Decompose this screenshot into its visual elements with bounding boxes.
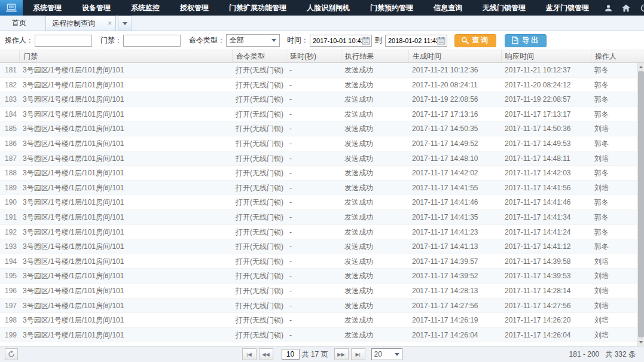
cell-created-time: 2017-11-17 14:39:52 xyxy=(408,269,501,283)
table-row[interactable]: 188 3号园区/1号楼/1层/101房间/101 打开(无线门锁) - 发送成… xyxy=(0,166,637,181)
cell-operator: 刘培 xyxy=(591,254,637,269)
pagination-bar: |◀ ◀◀ 共 17 页 ▶▶ ▶| 20 181 - 200 共 332 条 xyxy=(0,346,644,362)
time-from-input[interactable] xyxy=(313,37,362,44)
cell-exec-result: 发送成功 xyxy=(341,121,408,136)
door-filter-input[interactable] xyxy=(123,35,181,47)
table-row[interactable]: 187 3号园区/1号楼/1层/101房间/101 打开(无线门锁) - 发送成… xyxy=(0,151,637,166)
cell-row-number: 185 xyxy=(0,121,19,136)
header-exec-result[interactable]: 执行结果 xyxy=(341,50,408,62)
header-response-time[interactable]: 响应时间 xyxy=(501,50,591,62)
menu-item[interactable]: 授权管理 xyxy=(170,0,219,16)
cell-created-time: 2017-11-17 14:48:10 xyxy=(408,151,501,166)
calendar-icon[interactable] xyxy=(362,36,370,45)
table-row[interactable]: 194 3号园区/1号楼/1层/101房间/101 打开(无线门锁) - 发送成… xyxy=(0,254,637,269)
menu-item[interactable]: 人脸识别闸机 xyxy=(297,0,360,16)
table-row[interactable]: 199 3号园区/1号楼/1层/101房间/101 打开(无线门锁) - 发送成… xyxy=(0,328,637,343)
table-row[interactable]: 198 3号园区/1号楼/1层/101房间/101 打开(无线门锁) - 发送成… xyxy=(0,313,637,328)
table-row[interactable]: 182 3号园区/1号楼/1层/101房间/101 打开(无线门锁) - 发送成… xyxy=(0,78,637,93)
app-logo[interactable] xyxy=(0,0,23,16)
export-icon xyxy=(511,36,519,44)
table-row[interactable]: 190 3号园区/1号楼/1层/101房间/101 打开(无线门锁) - 发送成… xyxy=(0,195,637,210)
door-filter-label: 门禁： xyxy=(100,35,122,45)
page-size-select[interactable]: 20 xyxy=(371,348,402,360)
table-row[interactable]: 195 3号园区/1号楼/1层/101房间/101 打开(无线门锁) - 发送成… xyxy=(0,269,637,284)
cell-response-time: 2017-11-17 14:41:56 xyxy=(501,181,591,195)
cell-exec-result: 发送成功 xyxy=(341,269,408,283)
table-row[interactable]: 191 3号园区/1号楼/1层/101房间/101 打开(无线门锁) - 发送成… xyxy=(0,210,637,225)
cell-delay: - xyxy=(286,254,341,269)
header-delay[interactable]: 延时(秒) xyxy=(286,50,341,62)
prev-page-button[interactable]: ◀◀ xyxy=(258,348,273,360)
user-icon[interactable] xyxy=(599,0,617,16)
next-page-button[interactable]: ▶▶ xyxy=(334,348,349,360)
cell-command-type: 打开(无线门锁) xyxy=(232,239,286,254)
table-row[interactable]: 186 3号园区/1号楼/1层/101房间/101 打开(无线门锁) - 发送成… xyxy=(0,136,637,151)
header-operator[interactable]: 操作人 xyxy=(591,50,644,62)
operator-filter-input[interactable] xyxy=(35,35,92,47)
scrollbar-thumb[interactable] xyxy=(638,71,644,337)
menu-item[interactable]: 门禁扩展功能管理 xyxy=(219,0,297,16)
menu-item[interactable]: 蓝牙门锁管理 xyxy=(536,0,599,16)
scroll-up-icon[interactable] xyxy=(637,63,644,71)
tab-close-icon[interactable]: × xyxy=(108,20,112,27)
time-to-label: 到 xyxy=(375,35,382,45)
cell-exec-result: 发送成功 xyxy=(341,239,408,254)
export-button[interactable]: 导出 xyxy=(505,34,547,47)
cell-command-type: 打开(无线门锁) xyxy=(232,284,286,298)
cell-delay: - xyxy=(286,121,341,136)
cell-response-time: 2017-11-17 14:49:53 xyxy=(501,136,591,151)
table-row[interactable]: 197 3号园区/1号楼/1层/101房间/101 打开(无线门锁) - 发送成… xyxy=(0,299,637,314)
cell-row-number: 190 xyxy=(0,195,19,209)
cell-command-type: 打开(无线门锁) xyxy=(232,269,286,283)
header-command-type[interactable]: 命令类型 xyxy=(232,50,286,62)
header-door[interactable]: 门禁 xyxy=(19,50,232,62)
time-to-input[interactable] xyxy=(388,37,437,44)
table-row[interactable]: 193 3号园区/1号楼/1层/101房间/101 打开(无线门锁) - 发送成… xyxy=(0,239,637,254)
table-row[interactable]: 192 3号园区/1号楼/1层/101房间/101 打开(无线门锁) - 发送成… xyxy=(0,225,637,240)
tab-remote-control-query[interactable]: 远程控制查询 × xyxy=(45,16,116,31)
cell-exec-result: 发送成功 xyxy=(341,92,408,107)
menu-item[interactable]: 系统管理 xyxy=(23,0,72,16)
cell-door: 3号园区/1号楼/1层/101房间/101 xyxy=(19,254,232,269)
tab-home[interactable]: 首页 xyxy=(1,16,37,31)
menu-item[interactable]: 无线门锁管理 xyxy=(472,0,536,16)
cell-command-type: 打开(无线门锁) xyxy=(232,313,286,327)
first-page-button[interactable]: |◀ xyxy=(242,348,256,360)
current-page-input[interactable] xyxy=(281,349,299,360)
cell-door: 3号园区/1号楼/1层/101房间/101 xyxy=(19,151,232,166)
scroll-down-icon[interactable] xyxy=(637,338,644,346)
table-row[interactable]: 183 3号园区/1号楼/1层/101房间/101 打开(无线门锁) - 发送成… xyxy=(0,92,637,107)
vertical-scrollbar[interactable] xyxy=(637,63,644,346)
cell-delay: - xyxy=(286,313,341,327)
cell-command-type: 打开(无线门锁) xyxy=(232,210,286,224)
cell-created-time: 2017-11-17 14:41:35 xyxy=(408,210,501,224)
search-button[interactable]: 查询 xyxy=(454,34,496,47)
table-row[interactable]: 196 3号园区/1号楼/1层/101房间/101 打开(无线门锁) - 发送成… xyxy=(0,284,637,299)
table-row[interactable]: 184 3号园区/1号楼/1层/101房间/101 打开(无线门锁) - 发送成… xyxy=(0,107,637,122)
tab-list-dropdown[interactable] xyxy=(118,16,132,31)
table-row[interactable]: 181 3号园区/1号楼/1层/101房间/101 打开(无线门锁) - 发送成… xyxy=(0,63,637,78)
record-range-label: 181 - 200 共 332 条 xyxy=(569,349,636,360)
menu-item[interactable]: 信息查询 xyxy=(423,0,472,16)
calendar-icon[interactable] xyxy=(437,36,445,45)
main-menu: 系统管理设备管理系统监控授权管理门禁扩展功能管理人脸识别闸机门禁预约管理信息查询… xyxy=(23,0,599,16)
command-type-select[interactable]: 全部 xyxy=(226,34,280,47)
cell-command-type: 打开(无线门锁) xyxy=(232,166,286,180)
cell-response-time: 2017-11-17 14:39:58 xyxy=(501,254,591,269)
refresh-button[interactable] xyxy=(5,348,18,360)
cell-door: 3号园区/1号楼/1层/101房间/101 xyxy=(19,78,232,92)
cell-command-type: 打开(无线门锁) xyxy=(232,328,286,342)
cell-exec-result: 发送成功 xyxy=(341,195,408,209)
cell-operator: 刘培 xyxy=(591,284,637,298)
table-row[interactable]: 185 3号园区/1号楼/1层/101房间/101 打开(无线门锁) - 发送成… xyxy=(0,121,637,136)
menu-item[interactable]: 设备管理 xyxy=(72,0,121,16)
menu-item[interactable]: 系统监控 xyxy=(121,0,170,16)
power-icon[interactable] xyxy=(635,0,644,16)
table-row[interactable]: 189 3号园区/1号楼/1层/101房间/101 打开(无线门锁) - 发送成… xyxy=(0,181,637,196)
header-created-time[interactable]: 生成时间 xyxy=(408,50,501,62)
cell-command-type: 打开(无线门锁) xyxy=(232,181,286,195)
cell-door: 3号园区/1号楼/1层/101房间/101 xyxy=(19,284,232,298)
last-page-button[interactable]: ▶| xyxy=(351,348,365,360)
menu-item[interactable]: 门禁预约管理 xyxy=(360,0,423,16)
home-icon[interactable] xyxy=(617,0,635,16)
